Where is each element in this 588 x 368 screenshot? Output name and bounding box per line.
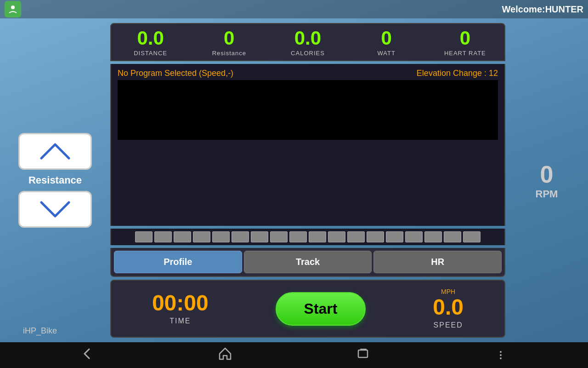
stat-resistance-label: Resistance: [212, 50, 246, 57]
prog-bar-4: [193, 231, 210, 242]
prog-bar-11: [328, 231, 345, 242]
stats-panel: 0.0 DISTANCE 0 Resistance 0.0 CALORIES 0…: [110, 23, 505, 61]
prog-bar-6: [232, 231, 249, 242]
time-block: 00:00 TIME: [152, 292, 209, 325]
calories-label: CALORIES: [291, 50, 325, 57]
program-row: No Program Selected (Speed,-) Elevation …: [118, 69, 498, 80]
right-panel: 0 RPM: [510, 23, 583, 338]
resistance-value: 0: [224, 29, 234, 48]
tab-buttons: Profile Track HR: [110, 248, 505, 277]
svg-rect-2: [358, 350, 368, 357]
heart-rate-value: 0: [460, 29, 470, 48]
watt-value: 0: [381, 29, 391, 48]
device-name: iHP_Bike: [23, 326, 57, 336]
main-content: Resistance 0.0 DISTANCE 0 Resistance 0.0…: [0, 18, 588, 342]
prog-bar-5: [212, 231, 230, 242]
tab-track[interactable]: Track: [244, 251, 372, 273]
nav-back-button[interactable]: [74, 345, 101, 365]
distance-value: 0.0: [137, 29, 164, 48]
prog-bar-15: [405, 231, 423, 242]
nav-recents-button[interactable]: [349, 345, 377, 365]
nav-home-button[interactable]: [211, 345, 239, 365]
time-label: TIME: [170, 317, 191, 325]
rpm-label: RPM: [536, 188, 558, 200]
welcome-text: Welcome:HUNTER: [502, 4, 583, 15]
speed-unit: MPH: [441, 288, 455, 295]
distance-label: DISTANCE: [134, 50, 167, 57]
elevation-text: Elevation Change : 12: [417, 69, 498, 78]
app-logo: [5, 1, 21, 17]
prog-bar-13: [367, 231, 384, 242]
prog-bar-9: [289, 231, 307, 242]
android-nav-bar: [0, 342, 588, 368]
prog-bar-7: [251, 231, 268, 242]
stat-resistance: 0 Resistance: [206, 29, 252, 57]
prog-bar-18: [463, 231, 481, 242]
speed-value: 0.0: [433, 296, 464, 318]
resistance-down-button[interactable]: [18, 191, 92, 228]
visualization-area: [118, 80, 498, 140]
stat-calories: 0.0 CALORIES: [285, 29, 331, 57]
tab-profile[interactable]: Profile: [114, 251, 242, 273]
calories-value: 0.0: [294, 29, 321, 48]
prog-bar-1: [135, 231, 153, 242]
svg-marker-1: [220, 348, 231, 359]
stat-distance: 0.0 DISTANCE: [128, 29, 174, 57]
watt-label: WATT: [377, 50, 395, 57]
stat-heart-rate: 0 HEART RATE: [442, 29, 488, 57]
tab-hr[interactable]: HR: [373, 251, 502, 273]
prog-bar-16: [424, 231, 442, 242]
left-panel: Resistance: [5, 23, 106, 338]
svg-point-0: [11, 6, 15, 9]
prog-bar-2: [154, 231, 172, 242]
prog-bar-8: [270, 231, 288, 242]
stat-watt: 0 WATT: [363, 29, 409, 57]
svg-rect-3: [360, 349, 367, 350]
top-bar: Welcome:HUNTER: [0, 0, 588, 18]
timer-panel: 00:00 TIME Start MPH 0.0 SPEED: [110, 280, 505, 338]
display-area: No Program Selected (Speed,-) Elevation …: [110, 64, 505, 226]
progress-bars: [110, 229, 505, 245]
program-text: No Program Selected (Speed,-): [118, 69, 233, 78]
prog-bar-14: [386, 231, 403, 242]
resistance-label: Resistance: [28, 174, 82, 186]
center-panel: 0.0 DISTANCE 0 Resistance 0.0 CALORIES 0…: [110, 23, 505, 338]
rpm-value: 0: [540, 161, 554, 188]
speed-block: MPH 0.0 SPEED: [433, 288, 464, 329]
speed-label: SPEED: [434, 321, 463, 329]
prog-bar-3: [174, 231, 191, 242]
prog-bar-12: [347, 231, 365, 242]
nav-menu-button[interactable]: [487, 351, 514, 359]
prog-bar-10: [309, 231, 326, 242]
heart-rate-label: HEART RATE: [444, 50, 486, 57]
prog-bar-17: [444, 231, 461, 242]
time-value: 00:00: [152, 292, 209, 314]
resistance-up-button[interactable]: [18, 133, 92, 170]
start-button[interactable]: Start: [276, 292, 366, 326]
